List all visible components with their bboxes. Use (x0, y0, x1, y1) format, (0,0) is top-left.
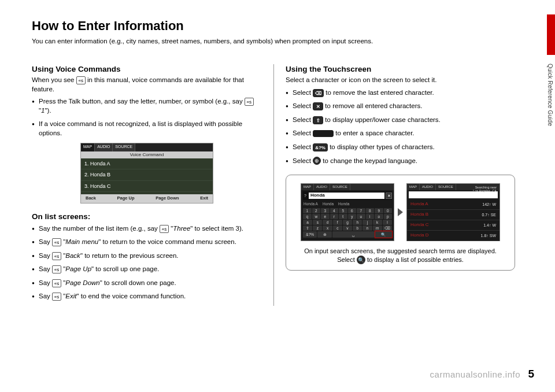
page-title: How to Enter Information (32, 17, 523, 35)
bullet-item: Select &?% to display other types of cha… (286, 143, 515, 152)
magnify-icon: 🔍 (357, 256, 365, 264)
near-label: Searching nearLos Angeles, CA (473, 186, 497, 193)
voice-lead: When you see «ś in this manual, voice co… (32, 76, 262, 94)
right-column: Using the Touchscreen Select a character… (273, 64, 515, 306)
voice-icon: «ś (52, 252, 61, 260)
bullet-item: Say «ś "Exit" to end the voice command f… (32, 292, 262, 301)
voice-heading: Using Voice Commands (32, 64, 262, 75)
key-icon: ✕ (313, 102, 323, 110)
page-intro: You can enter information (e.g., city na… (32, 37, 523, 46)
voice-icon: «ś (52, 238, 61, 246)
callout-text: On input search screens, the suggested s… (292, 247, 509, 264)
voice-icon: «ś (245, 98, 254, 106)
bullet-item: Say «ś "Page Down" to scroll down one pa… (32, 279, 262, 288)
bullet-item: Say «ś "Back" to return to the previous … (32, 252, 262, 261)
side-label: Quick Reference Guide (546, 64, 554, 126)
bullet-item: Select ✕ to remove all entered character… (286, 102, 515, 111)
voice-icon: «ś (76, 76, 86, 84)
voice-icon: «ś (52, 265, 61, 273)
page-number: 5 (528, 367, 534, 382)
touch-callout: MAP AUDIO SOURCE ? Honda ✕ Honda A Honda (286, 175, 515, 271)
list-screens-heading: On list screens: (32, 212, 262, 222)
voice-screenshot: MAP AUDIO SOURCE Voice Command 1. Honda … (80, 143, 213, 204)
list-bullets: Say the number of the list item (e.g., s… (32, 224, 262, 301)
bullet-item: Select ⌫ to remove the last entered char… (286, 88, 515, 98)
bullet-item: Say «ś "Main menu" to return to the voic… (32, 238, 262, 247)
section-tab (547, 14, 555, 55)
key-icon: &?% (313, 143, 328, 151)
voice-icon: «ś (52, 279, 61, 287)
arrow-icon (398, 208, 403, 216)
results-screenshot: MAP AUDIO SOURCE Searching nearLos Angel… (406, 183, 500, 241)
bullet-item: Say the number of the list item (e.g., s… (32, 224, 262, 234)
key-icon: ⌫ (313, 89, 324, 97)
touch-heading: Using the Touchscreen (286, 64, 515, 75)
page-content: How to Enter Information You can enter i… (32, 17, 523, 306)
voice-bullets: Press the Talk button, and say the lette… (32, 97, 262, 138)
bullet-item: If a voice command is not recognized, a … (32, 120, 262, 138)
bullet-item: Press the Talk button, and say the lette… (32, 97, 262, 115)
touch-lead: Select a character or icon on the screen… (286, 76, 515, 85)
bullet-item: Select ⊕ to change the keypad language. (286, 157, 515, 166)
key-icon (313, 130, 334, 137)
key-icon: ⇧ (313, 116, 323, 124)
bullet-item: Select ⇧ to display upper/lower case cha… (286, 116, 515, 125)
touch-bullets: Select ⌫ to remove the last entered char… (286, 88, 515, 165)
bullet-item: Say «ś "Page Up" to scroll up one page. (32, 265, 262, 274)
bullet-item: Select to enter a space character. (286, 129, 515, 138)
keyboard-screenshot: MAP AUDIO SOURCE ? Honda ✕ Honda A Honda (301, 183, 394, 241)
key-icon: ⊕ (313, 157, 321, 165)
voice-icon: «ś (160, 225, 169, 233)
watermark: carmanualsonline.info (430, 369, 520, 380)
voice-icon: «ś (52, 293, 61, 301)
left-column: Using Voice Commands When you see «ś in … (32, 64, 273, 306)
